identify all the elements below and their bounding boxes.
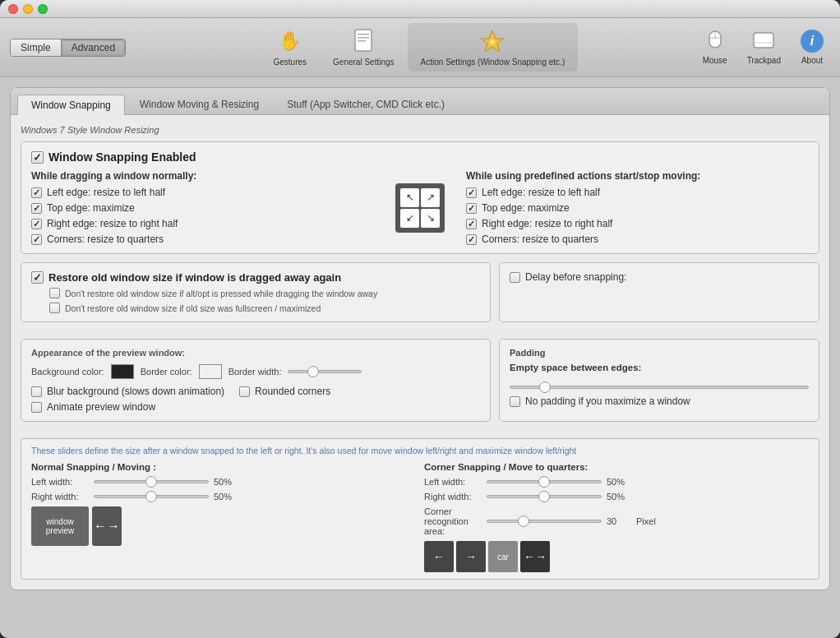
action-settings-toolbar-item[interactable]: Action Settings (Window Snapping etc.)	[408, 23, 579, 72]
corners-row-2: Corners: resize to quarters	[466, 233, 809, 245]
blur-label: Blur background (slows down animation)	[47, 386, 224, 397]
padding-box: Padding Empty space between edges: No pa…	[499, 339, 819, 422]
about-toolbar-item[interactable]: i About	[794, 26, 830, 68]
toolbar-left: Simple Advanced	[10, 39, 142, 57]
toolbar-right: Mouse Trackpad i About	[696, 26, 830, 68]
top-edge-cb-1[interactable]	[31, 203, 42, 214]
restore-cb[interactable]	[31, 271, 44, 284]
delay-cb[interactable]	[510, 272, 520, 283]
corner-right-width-val: 50%	[607, 492, 631, 502]
bg-color-label: Background color:	[31, 367, 104, 377]
animate-row: Animate preview window	[31, 401, 480, 413]
corner-recognition-slider[interactable]	[487, 520, 602, 523]
close-button[interactable]	[8, 4, 18, 14]
normal-right-width-row: Right width: 50%	[31, 492, 416, 502]
corner-snapping-panel: Corner Snapping / Move to quarters: Left…	[424, 462, 809, 572]
border-width-slider[interactable]	[288, 370, 362, 373]
general-settings-toolbar-item[interactable]: General Settings	[320, 23, 408, 72]
appearance-box: Appearance of the preview window: Backgr…	[21, 339, 491, 422]
no-restore-alt-label: Don't restore old window size if alt/opt…	[65, 289, 377, 298]
right-edge-label-2: Right edge: resize to right half	[482, 218, 612, 229]
corners-cb-1[interactable]	[31, 234, 42, 245]
corner-recognition-row: Corner recognition area: 30 Pixel	[424, 506, 809, 536]
corner-right-width-slider[interactable]	[487, 495, 602, 498]
mouse-icon	[704, 30, 727, 53]
delay-row: Delay before snapping:	[510, 271, 809, 283]
action-settings-icon	[479, 28, 505, 54]
border-color-label: Border color:	[141, 367, 192, 377]
border-color-swatch[interactable]	[199, 364, 222, 379]
colors-row: Background color: Border color: Border w…	[31, 364, 480, 379]
normal-left-width-row: Left width: 50%	[31, 477, 416, 487]
dragging-options: While dragging a window normally: Left e…	[31, 170, 374, 245]
no-padding-label: No padding if you maximize a window	[525, 395, 690, 407]
minimize-button[interactable]	[23, 4, 33, 14]
right-edge-cb-2[interactable]	[466, 219, 477, 229]
left-edge-cb-2[interactable]	[466, 187, 477, 198]
normal-snapping-panel: Normal Snapping / Moving : Left width: 5…	[31, 462, 416, 572]
trackpad-toolbar-item[interactable]: Trackpad	[741, 26, 787, 68]
svg-rect-2	[358, 37, 369, 39]
rounded-cb[interactable]	[239, 386, 250, 397]
left-edge-label-2: Left edge: resize to left half	[482, 187, 600, 198]
corner-thumb-1: ←	[424, 541, 454, 572]
advanced-mode-button[interactable]: Advanced	[62, 39, 125, 56]
padding-title: Padding	[510, 348, 809, 358]
tab-window-snapping[interactable]: Window Snapping	[17, 95, 125, 115]
svg-rect-9	[754, 33, 773, 48]
animate-label: Animate preview window	[47, 401, 155, 413]
content-area: Window Snapping Window Moving & Resizing…	[0, 77, 840, 638]
left-edge-cb-1[interactable]	[31, 187, 42, 198]
corner-left-width-label: Left width:	[424, 477, 482, 487]
gestures-toolbar-item[interactable]: ✋ Gestures	[260, 23, 320, 72]
about-label: About	[801, 56, 823, 65]
right-edge-label-1: Right edge: resize to right half	[47, 218, 178, 229]
right-edge-cb-1[interactable]	[31, 219, 42, 229]
maximize-button[interactable]	[38, 4, 48, 14]
tab-stuff[interactable]: Stuff (App Switcher, CMD Click etc.)	[274, 95, 458, 114]
blur-cb[interactable]	[31, 386, 42, 397]
right-edge-row-1: Right edge: resize to right half	[31, 218, 374, 229]
window-snapping-checkbox[interactable]	[31, 151, 44, 164]
normal-preview: window preview ←→	[31, 506, 416, 546]
traffic-lights	[8, 4, 48, 14]
left-edge-row-2: Left edge: resize to left half	[466, 187, 809, 198]
normal-left-width-label: Left width:	[31, 477, 89, 487]
predefined-options: While using predefined actions start/sto…	[466, 170, 809, 245]
corner-thumb-3: car	[488, 541, 518, 572]
normal-left-width-slider[interactable]	[94, 480, 209, 483]
corner-right-width-row: Right width: 50%	[424, 492, 809, 502]
trackpad-label: Trackpad	[747, 56, 781, 65]
appearance-padding-row: Appearance of the preview window: Backgr…	[21, 339, 819, 430]
corner-left-width-slider[interactable]	[487, 480, 602, 483]
padding-slider[interactable]	[510, 386, 809, 389]
no-restore-alt-cb[interactable]	[49, 288, 60, 298]
corners-cb-2[interactable]	[466, 234, 477, 245]
mouse-toolbar-item[interactable]: Mouse	[696, 26, 734, 68]
normal-preview-thumb: window preview	[31, 506, 89, 546]
general-settings-icon	[350, 28, 376, 54]
appearance-title: Appearance of the preview window:	[31, 348, 480, 358]
bg-color-swatch[interactable]	[111, 364, 134, 379]
empty-space-label: Empty space between edges:	[510, 363, 809, 372]
delay-box: Delay before snapping:	[499, 262, 819, 322]
restore-box: Restore old window size if window is dra…	[21, 262, 491, 322]
gestures-label: Gestures	[273, 58, 307, 67]
normal-right-width-slider[interactable]	[94, 495, 209, 498]
tab-window-moving[interactable]: Window Moving & Resizing	[127, 95, 272, 114]
border-width-label: Border width:	[228, 367, 282, 377]
no-restore-fullscreen-cb[interactable]	[49, 303, 60, 313]
normal-snapping-title: Normal Snapping / Moving :	[31, 462, 416, 472]
simple-mode-button[interactable]: Simple	[11, 39, 62, 56]
no-padding-cb[interactable]	[510, 396, 520, 407]
corners-label-2: Corners: resize to quarters	[482, 233, 598, 245]
animate-cb[interactable]	[31, 402, 42, 413]
corner-recognition-label: Corner recognition area:	[424, 506, 482, 536]
left-edge-label-1: Left edge: resize to left half	[47, 187, 165, 198]
section-title: Windows 7 Style Window Resizing	[21, 125, 819, 135]
mode-segmented-control[interactable]: Simple Advanced	[10, 39, 126, 57]
top-edge-cb-2[interactable]	[466, 203, 477, 214]
corner-preview: ← → car ←→	[424, 541, 809, 572]
svg-rect-1	[358, 34, 369, 35]
main-panel: Window Snapping Window Moving & Resizing…	[10, 87, 830, 590]
